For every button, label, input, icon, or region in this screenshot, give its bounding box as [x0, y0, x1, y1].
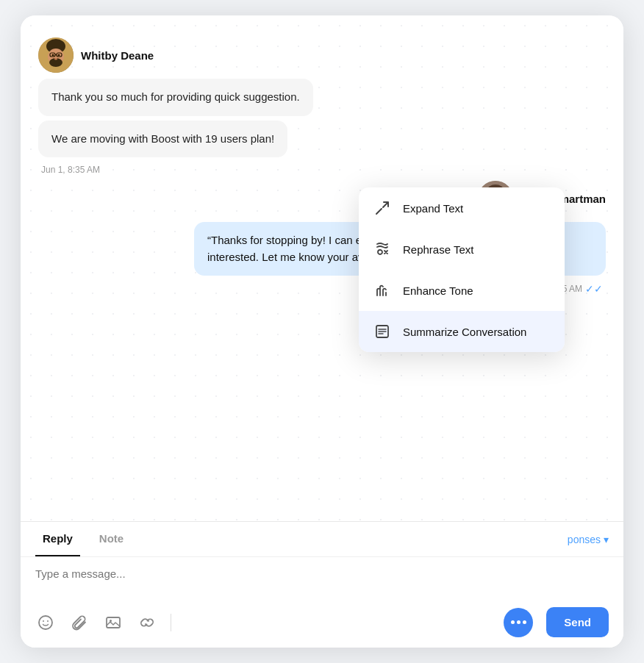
- svg-point-23: [43, 620, 44, 622]
- svg-point-17: [378, 250, 382, 254]
- input-area: [21, 557, 623, 601]
- dropdown-item-expand[interactable]: Expand Text: [359, 187, 565, 229]
- svg-rect-25: [107, 617, 120, 628]
- ai-dot-2: [517, 620, 520, 624]
- toolbar-divider: [171, 614, 171, 631]
- enhance-icon: [372, 280, 393, 301]
- bubble-1: Thank you so much for providing quick su…: [38, 79, 313, 116]
- chat-container: Whitby Deane Thank you so much for provi…: [21, 15, 623, 648]
- whitby-name: Whitby Deane: [81, 49, 154, 62]
- canned-responses-button[interactable]: ponses ▾: [568, 534, 609, 545]
- avatar-whitby: [38, 37, 74, 73]
- canned-chevron-icon: ▾: [604, 534, 609, 545]
- attachment-icon[interactable]: [69, 612, 90, 633]
- tab-reply[interactable]: Reply: [35, 522, 80, 556]
- ai-button[interactable]: [504, 608, 533, 637]
- rephrase-label: Rephrase Text: [403, 243, 473, 256]
- toolbar-row: Send: [21, 601, 623, 648]
- summarize-label: Summarize Conversation: [403, 326, 526, 338]
- message-input[interactable]: [35, 567, 609, 592]
- ai-dot-3: [523, 620, 526, 624]
- send-button[interactable]: Send: [546, 607, 609, 637]
- dropdown-item-rephrase[interactable]: Rephrase Text: [359, 229, 565, 270]
- canned-responses-label: ponses: [568, 534, 601, 545]
- svg-point-24: [47, 620, 49, 622]
- svg-point-5: [58, 54, 60, 57]
- expand-label: Expand Text: [403, 202, 463, 215]
- emoji-icon[interactable]: [35, 612, 56, 633]
- incoming-header: Whitby Deane: [38, 37, 154, 73]
- link-icon[interactable]: [137, 612, 157, 633]
- rephrase-icon: [372, 239, 393, 259]
- summarize-icon: [372, 321, 393, 342]
- dropdown-item-summarize[interactable]: Summarize Conversation: [359, 311, 565, 352]
- svg-point-4: [52, 54, 54, 57]
- ai-dot-1: [511, 620, 515, 624]
- svg-point-22: [39, 616, 52, 629]
- expand-icon: [372, 198, 393, 218]
- image-icon[interactable]: [103, 612, 124, 633]
- bottom-bar: Reply Note ponses ▾: [21, 521, 623, 648]
- ai-dots: [511, 620, 526, 624]
- tab-note[interactable]: Note: [92, 522, 131, 556]
- incoming-message-group: Whitby Deane Thank you so much for provi…: [38, 37, 606, 175]
- ai-dropdown-menu: Expand Text Rephrase Text: [359, 187, 565, 352]
- tabs-row: Reply Note ponses ▾: [21, 522, 623, 557]
- timestamp-1: Jun 1, 8:35 AM: [38, 165, 103, 175]
- dropdown-item-enhance[interactable]: Enhance Tone: [359, 270, 565, 311]
- svg-point-9: [54, 58, 57, 60]
- read-receipt: ✓✓: [585, 283, 603, 295]
- bubble-2: We are moving with Boost with 19 users p…: [38, 121, 287, 158]
- messages-area: Whitby Deane Thank you so much for provi…: [21, 15, 623, 521]
- enhance-label: Enhance Tone: [403, 284, 473, 297]
